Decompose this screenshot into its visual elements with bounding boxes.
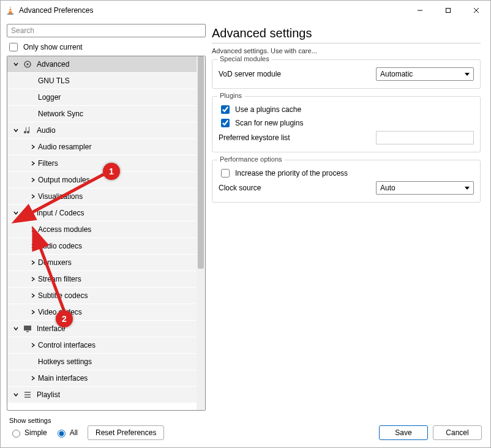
tree-item-label: Visualizations	[37, 192, 83, 201]
chevron-right-icon[interactable]	[29, 160, 37, 166]
radio-simple[interactable]: Simple	[9, 428, 47, 438]
save-button[interactable]: Save	[379, 425, 428, 440]
increase-priority-checkbox[interactable]: Increase the priority of the process	[219, 166, 474, 180]
close-button[interactable]	[462, 1, 490, 20]
svg-point-9	[26, 63, 29, 65]
chevron-right-icon[interactable]	[29, 193, 37, 200]
clock-source-label: Clock source	[219, 184, 371, 192]
maximize-button[interactable]	[434, 1, 462, 20]
tree-item-label: Main interfaces	[37, 374, 88, 383]
clock-source-combo[interactable]: Auto	[376, 181, 474, 195]
show-settings-label: Show settings	[9, 417, 164, 424]
tree-item-label: Stream filters	[37, 275, 81, 283]
increase-priority-box[interactable]	[221, 169, 230, 177]
scan-new-plugins-box[interactable]	[221, 119, 230, 127]
increase-priority-label: Increase the priority of the process	[235, 169, 348, 177]
tree-item[interactable]: Advanced	[7, 56, 197, 73]
chevron-down-icon[interactable]	[12, 210, 20, 216]
minimize-button[interactable]	[406, 1, 434, 20]
chevron-right-icon[interactable]	[29, 293, 37, 299]
show-settings-group: Show settings Simple All Reset Preferenc…	[9, 417, 164, 440]
window-buttons	[406, 1, 490, 20]
gear-icon	[22, 59, 33, 70]
chevron-down-icon[interactable]	[12, 392, 20, 398]
tree-item[interactable]: Hotkeys settings	[7, 354, 197, 370]
chevron-down-icon[interactable]	[12, 127, 20, 133]
group-performance: Performance options Increase the priorit…	[212, 160, 481, 203]
preferences-tree: AdvancedGNU TLSLoggerNetwork SyncAudioAu…	[7, 56, 206, 411]
tree-item[interactable]: Video codecs	[7, 304, 197, 321]
legend-plugins: Plugins	[217, 92, 244, 99]
tree-item[interactable]: Logger	[7, 89, 197, 106]
tree-item-label: Access modules	[37, 225, 91, 234]
tree-item[interactable]: Audio codecs	[7, 238, 197, 255]
legend-performance: Performance options	[217, 155, 285, 163]
chevron-right-icon[interactable]	[29, 342, 37, 348]
tree-item-label: Subtitle codecs	[37, 291, 88, 300]
vod-server-combo[interactable]: Automatic	[376, 67, 474, 81]
tree-item[interactable]: Demuxers	[7, 255, 197, 271]
playlist-icon	[22, 389, 33, 400]
scan-new-plugins-label: Scan for new plugins	[235, 119, 303, 127]
chevron-right-icon[interactable]	[29, 309, 37, 315]
tree-item-label: Hotkeys settings	[37, 357, 92, 366]
chevron-right-icon[interactable]	[29, 177, 37, 183]
tree-item-label: Filters	[37, 159, 58, 168]
use-plugins-cache-label: Use a plugins cache	[235, 105, 301, 114]
svg-rect-12	[24, 326, 31, 330]
tree-item-label: Audio resampler	[37, 143, 91, 151]
search-input[interactable]: Search	[7, 24, 206, 37]
chevron-right-icon[interactable]	[29, 259, 37, 266]
chevron-down-icon[interactable]	[12, 326, 20, 332]
svg-rect-10	[24, 211, 31, 215]
tree-item-label: Video codecs	[37, 308, 82, 316]
tree-item[interactable]: GNU TLS	[7, 73, 197, 89]
legend-special-modules: Special modules	[217, 55, 272, 62]
chevron-right-icon[interactable]	[29, 144, 37, 150]
tree-item[interactable]: Interface	[7, 321, 197, 337]
tree-item[interactable]: Audio	[7, 122, 197, 139]
group-plugins: Plugins Use a plugins cache Scan for new…	[212, 96, 481, 152]
tree-item[interactable]: Control interfaces	[7, 337, 197, 354]
tree-scrollbar[interactable]	[197, 56, 205, 410]
clock-source-value: Auto	[380, 184, 395, 192]
tree-item[interactable]: Output modules	[7, 172, 197, 189]
tree-item[interactable]: Playlist	[7, 387, 197, 403]
chevron-right-icon[interactable]	[29, 226, 37, 233]
tree-item[interactable]: Access modules	[7, 222, 197, 238]
radio-all[interactable]: All	[54, 428, 78, 438]
reset-preferences-button[interactable]: Reset Preferences	[88, 425, 164, 440]
tree-item[interactable]: Subtitle codecs	[7, 288, 197, 304]
cancel-button[interactable]: Cancel	[433, 425, 482, 440]
tree-item-label: Demuxers	[37, 258, 72, 267]
tree-item[interactable]: Main interfaces	[7, 370, 197, 387]
tree-item[interactable]: Network Sync	[7, 106, 197, 122]
svg-rect-13	[26, 331, 29, 332]
tree-item-label: Interface	[36, 324, 66, 333]
scan-new-plugins-checkbox[interactable]: Scan for new plugins	[219, 116, 474, 130]
use-plugins-cache-checkbox[interactable]: Use a plugins cache	[219, 103, 474, 116]
tree-item-label: Audio codecs	[37, 242, 82, 250]
tree-item[interactable]: Audio resampler	[7, 139, 197, 155]
chevron-down-icon[interactable]	[12, 61, 20, 67]
tree-item-label: Input / Codecs	[36, 209, 84, 217]
only-show-current-box[interactable]	[9, 43, 18, 51]
page-description: Advanced settings. Use with care...	[212, 47, 481, 54]
keystore-input[interactable]	[376, 131, 474, 144]
group-special-modules: Special modules VoD server module Automa…	[212, 59, 481, 89]
titlebar: Advanced Preferences	[1, 1, 490, 20]
vod-server-value: Automatic	[380, 70, 413, 78]
tree-item[interactable]: Filters	[7, 155, 197, 172]
tree-item[interactable]: Input / Codecs	[7, 205, 197, 222]
use-plugins-cache-box[interactable]	[221, 105, 230, 114]
chevron-right-icon[interactable]	[29, 276, 37, 282]
tree-item[interactable]: Visualizations	[7, 189, 197, 205]
only-show-current-checkbox[interactable]: Only show current	[7, 41, 206, 53]
tree-item-label: GNU TLS	[37, 77, 70, 85]
tree-item[interactable]: Stream filters	[7, 271, 197, 288]
chevron-right-icon[interactable]	[29, 243, 37, 249]
chevron-right-icon[interactable]	[29, 375, 37, 381]
keystore-label: Preferred keystore list	[219, 133, 371, 142]
footer: Show settings Simple All Reset Preferenc…	[1, 416, 490, 447]
advanced-preferences-window: Advanced Preferences Search Only show cu…	[0, 0, 491, 448]
